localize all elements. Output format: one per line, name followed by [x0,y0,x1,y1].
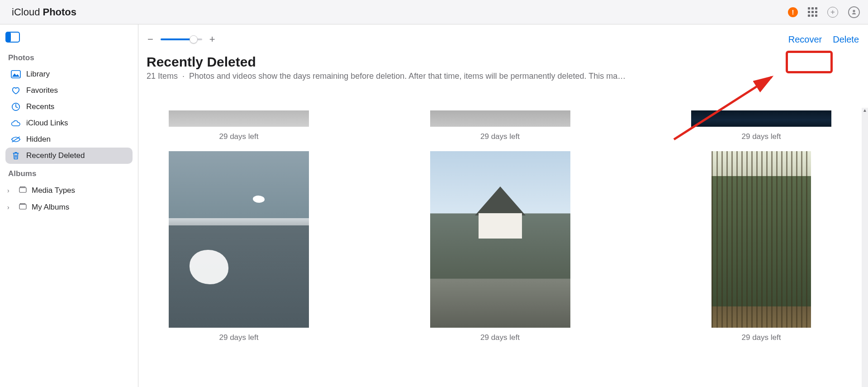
cloud-icon [11,119,21,128]
photo-thumbnail[interactable] [169,110,309,127]
page-title: Recently Deleted [147,54,860,70]
account-button[interactable] [848,6,860,18]
svg-marker-3 [12,73,20,76]
content-toolbar: − + Recover Delete [138,24,868,54]
zoom-in-button[interactable]: + [209,33,216,45]
eye-off-icon [11,135,21,144]
sidebar-item-icloud-links[interactable]: iCloud Links [5,115,133,131]
app-title-bold: Photos [43,6,76,18]
photo-tile[interactable]: 29 days left [147,110,330,141]
app-launcher-button[interactable] [808,7,817,17]
photo-thumbnail[interactable] [711,151,811,328]
main-panel: − + Recover Delete Recently Deleted 21 I… [138,24,868,387]
photo-thumbnail[interactable] [430,151,570,328]
sidebar-item-label: Media Types [32,186,75,195]
alert-badge-icon[interactable]: ! [788,7,798,17]
toolbar-actions: Recover Delete [788,34,861,45]
folder-stack-icon [18,202,27,212]
sidebar-item-recents[interactable]: Recents [5,99,133,115]
slider-thumb[interactable] [190,35,198,43]
recover-button[interactable]: Recover [788,34,822,45]
zoom-control: − + [147,33,216,45]
svg-rect-7 [19,204,26,209]
sidebar-item-media-types[interactable]: › Media Types [5,182,133,199]
days-left-label: 29 days left [742,132,781,141]
photo-tile[interactable]: 29 days left [670,110,853,141]
sidebar-item-label: My Albums [32,203,69,212]
chevron-right-icon: › [7,187,14,194]
slider-fill [161,38,194,40]
sidebar: Photos Library Favorites Recents iCloud … [0,24,138,387]
sidebar-item-library[interactable]: Library [5,66,133,82]
library-icon [11,70,21,79]
svg-rect-2 [11,71,20,78]
sidebar-item-label: Recents [26,102,54,111]
sidebar-item-label: Favorites [26,86,58,95]
sidebar-item-label: Library [26,70,50,79]
thumbnail-grid[interactable]: 29 days left 29 days left 29 days left 2 [138,108,862,387]
sidebar-item-hidden[interactable]: Hidden [5,131,133,148]
zoom-out-button[interactable]: − [147,33,154,45]
grid-row: 29 days left 29 days left 29 days left [147,110,853,141]
photo-tile[interactable]: 29 days left [670,151,853,342]
days-left-label: 29 days left [219,333,259,342]
photo-tile[interactable]: 29 days left [147,151,330,342]
grid-icon [808,7,817,17]
sidebar-section-albums: Albums [8,169,130,178]
sidebar-toggle-button[interactable] [5,32,20,43]
photo-thumbnail[interactable] [691,110,831,127]
add-button[interactable]: + [827,7,838,18]
sidebar-item-label: Hidden [26,135,51,144]
scroll-up-arrow-icon[interactable]: ▲ [862,108,868,113]
trash-icon [11,151,21,160]
svg-rect-1 [6,32,11,42]
grid-row: 29 days left 29 days left 29 days left [147,151,853,342]
app-header: iCloud Photos ! + [0,0,868,24]
days-left-label: 29 days left [742,333,781,342]
subtitle-description: Photos and videos show the days remainin… [189,72,626,81]
plus-circle-icon: + [827,7,838,18]
photo-tile[interactable]: 29 days left [409,151,592,342]
chevron-right-icon: › [7,204,14,211]
item-count: 21 Items [147,72,178,81]
app-title: iCloud Photos [12,6,76,18]
photo-tile[interactable]: 29 days left [409,110,592,141]
svg-rect-6 [19,187,26,192]
heart-icon [11,86,21,95]
account-icon [848,6,860,18]
app-title-prefix: iCloud [12,6,43,18]
sidebar-item-label: iCloud Links [26,119,68,128]
clock-icon [11,102,21,111]
svg-line-5 [12,137,20,142]
delete-button[interactable]: Delete [833,34,859,45]
zoom-slider[interactable] [161,38,202,40]
sidebar-section-photos: Photos [8,53,130,62]
photo-thumbnail[interactable] [430,110,570,127]
page-subtitle: 21 Items · Photos and videos show the da… [147,72,860,81]
days-left-label: 29 days left [219,132,259,141]
header-right: ! + [788,6,860,18]
header-left: iCloud Photos [8,6,76,18]
content-header: Recently Deleted 21 Items · Photos and v… [138,54,868,86]
sidebar-item-my-albums[interactable]: › My Albums [5,199,133,215]
photo-thumbnail[interactable] [169,151,309,328]
days-left-label: 29 days left [480,132,520,141]
sidebar-item-label: Recently Deleted [26,151,85,160]
vertical-scrollbar[interactable]: ▲ [862,108,868,387]
sidebar-item-recently-deleted[interactable]: Recently Deleted [5,148,133,164]
sidebar-item-favorites[interactable]: Favorites [5,82,133,99]
folder-stack-icon [18,186,27,195]
days-left-label: 29 days left [480,333,520,342]
